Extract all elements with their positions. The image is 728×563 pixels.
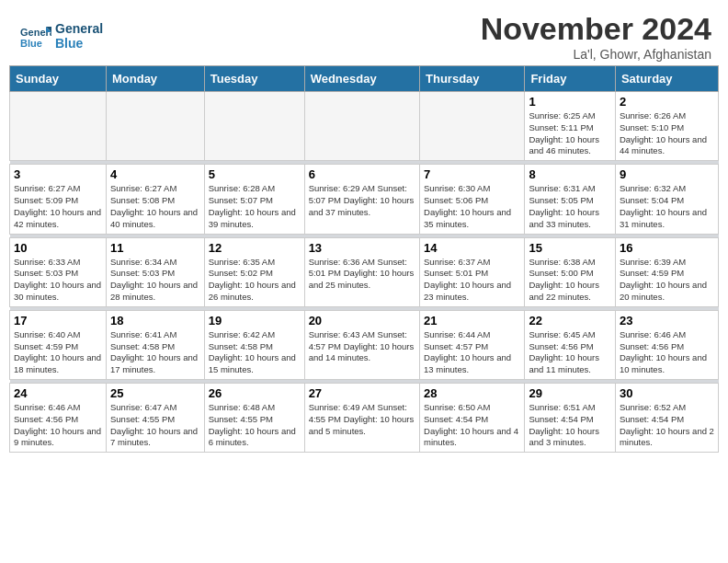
calendar-cell: 14Sunrise: 6:37 AM Sunset: 5:01 PM Dayli… — [420, 237, 525, 306]
day-number: 28 — [424, 386, 520, 400]
day-info: Sunrise: 6:50 AM Sunset: 4:54 PM Dayligh… — [424, 402, 520, 449]
calendar-cell: 12Sunrise: 6:35 AM Sunset: 5:02 PM Dayli… — [204, 237, 304, 306]
calendar-cell: 26Sunrise: 6:48 AM Sunset: 4:55 PM Dayli… — [204, 384, 304, 453]
svg-text:Blue: Blue — [20, 38, 42, 49]
day-number: 7 — [424, 167, 520, 181]
calendar-week-row: 24Sunrise: 6:46 AM Sunset: 4:56 PM Dayli… — [10, 384, 719, 453]
calendar-week-row: 17Sunrise: 6:40 AM Sunset: 4:59 PM Dayli… — [10, 310, 719, 379]
day-number: 8 — [529, 167, 611, 181]
header: General Blue General Blue November 2024 … — [0, 0, 728, 65]
col-saturday: Saturday — [615, 66, 718, 92]
calendar-cell — [304, 92, 419, 161]
calendar-cell: 3Sunrise: 6:27 AM Sunset: 5:09 PM Daylig… — [10, 165, 107, 234]
day-number: 29 — [529, 386, 611, 400]
day-info: Sunrise: 6:47 AM Sunset: 4:55 PM Dayligh… — [110, 402, 200, 449]
month-title: November 2024 — [481, 11, 711, 47]
day-number: 14 — [424, 241, 520, 255]
calendar-cell: 18Sunrise: 6:41 AM Sunset: 4:58 PM Dayli… — [106, 310, 204, 379]
day-number: 25 — [110, 386, 200, 400]
calendar-cell: 30Sunrise: 6:52 AM Sunset: 4:54 PM Dayli… — [615, 384, 718, 453]
calendar-cell: 22Sunrise: 6:45 AM Sunset: 4:56 PM Dayli… — [525, 310, 616, 379]
day-info: Sunrise: 6:42 AM Sunset: 4:58 PM Dayligh… — [209, 329, 301, 376]
calendar-week-row: 3Sunrise: 6:27 AM Sunset: 5:09 PM Daylig… — [10, 165, 719, 234]
calendar-cell: 17Sunrise: 6:40 AM Sunset: 4:59 PM Dayli… — [10, 310, 107, 379]
calendar-cell: 6Sunrise: 6:29 AM Sunset: 5:07 PM Daylig… — [304, 165, 419, 234]
logo-icon: General Blue — [17, 19, 51, 54]
day-info: Sunrise: 6:38 AM Sunset: 5:00 PM Dayligh… — [529, 257, 611, 304]
calendar-cell — [106, 92, 204, 161]
calendar-cell: 20Sunrise: 6:43 AM Sunset: 4:57 PM Dayli… — [304, 310, 419, 379]
calendar-cell: 13Sunrise: 6:36 AM Sunset: 5:01 PM Dayli… — [304, 237, 419, 306]
day-info: Sunrise: 6:27 AM Sunset: 5:09 PM Dayligh… — [14, 183, 102, 230]
day-info: Sunrise: 6:36 AM Sunset: 5:01 PM Dayligh… — [309, 257, 415, 292]
day-number: 20 — [309, 314, 415, 327]
day-number: 12 — [209, 241, 301, 255]
day-info: Sunrise: 6:48 AM Sunset: 4:55 PM Dayligh… — [209, 402, 301, 449]
day-number: 15 — [529, 241, 611, 255]
day-info: Sunrise: 6:45 AM Sunset: 4:56 PM Dayligh… — [529, 329, 611, 376]
calendar-cell: 7Sunrise: 6:30 AM Sunset: 5:06 PM Daylig… — [420, 165, 525, 234]
calendar-cell: 27Sunrise: 6:49 AM Sunset: 4:55 PM Dayli… — [304, 384, 419, 453]
calendar-cell: 4Sunrise: 6:27 AM Sunset: 5:08 PM Daylig… — [106, 165, 204, 234]
day-number: 30 — [620, 386, 714, 400]
day-number: 1 — [529, 95, 611, 109]
day-info: Sunrise: 6:39 AM Sunset: 4:59 PM Dayligh… — [620, 257, 714, 304]
calendar-cell: 16Sunrise: 6:39 AM Sunset: 4:59 PM Dayli… — [615, 237, 718, 306]
day-info: Sunrise: 6:43 AM Sunset: 4:57 PM Dayligh… — [309, 329, 415, 364]
calendar-cell: 10Sunrise: 6:33 AM Sunset: 5:03 PM Dayli… — [10, 237, 107, 306]
day-number: 3 — [14, 167, 102, 181]
day-info: Sunrise: 6:25 AM Sunset: 5:11 PM Dayligh… — [529, 110, 611, 157]
col-monday: Monday — [106, 66, 204, 92]
calendar-cell: 19Sunrise: 6:42 AM Sunset: 4:58 PM Dayli… — [204, 310, 304, 379]
calendar-cell: 21Sunrise: 6:44 AM Sunset: 4:57 PM Dayli… — [420, 310, 525, 379]
day-info: Sunrise: 6:41 AM Sunset: 4:58 PM Dayligh… — [110, 329, 200, 376]
col-sunday: Sunday — [10, 66, 107, 92]
calendar-cell: 15Sunrise: 6:38 AM Sunset: 5:00 PM Dayli… — [525, 237, 616, 306]
day-info: Sunrise: 6:37 AM Sunset: 5:01 PM Dayligh… — [424, 257, 520, 304]
day-info: Sunrise: 6:44 AM Sunset: 4:57 PM Dayligh… — [424, 329, 520, 376]
calendar-cell: 2Sunrise: 6:26 AM Sunset: 5:10 PM Daylig… — [615, 92, 718, 161]
day-info: Sunrise: 6:35 AM Sunset: 5:02 PM Dayligh… — [209, 257, 301, 304]
day-info: Sunrise: 6:26 AM Sunset: 5:10 PM Dayligh… — [620, 110, 714, 157]
day-number: 24 — [14, 386, 102, 400]
calendar-cell: 29Sunrise: 6:51 AM Sunset: 4:54 PM Dayli… — [525, 384, 616, 453]
day-info: Sunrise: 6:34 AM Sunset: 5:03 PM Dayligh… — [110, 257, 200, 304]
calendar-cell: 9Sunrise: 6:32 AM Sunset: 5:04 PM Daylig… — [615, 165, 718, 234]
calendar-cell — [10, 92, 107, 161]
day-info: Sunrise: 6:49 AM Sunset: 4:55 PM Dayligh… — [309, 402, 415, 437]
logo-general: General — [55, 22, 103, 36]
day-info: Sunrise: 6:32 AM Sunset: 5:04 PM Dayligh… — [620, 183, 714, 230]
day-number: 22 — [529, 314, 611, 327]
calendar-cell: 11Sunrise: 6:34 AM Sunset: 5:03 PM Dayli… — [106, 237, 204, 306]
calendar: Sunday Monday Tuesday Wednesday Thursday… — [9, 65, 719, 453]
col-tuesday: Tuesday — [204, 66, 304, 92]
day-number: 17 — [14, 314, 102, 327]
day-number: 6 — [309, 167, 415, 181]
day-number: 5 — [209, 167, 301, 181]
calendar-header-row: Sunday Monday Tuesday Wednesday Thursday… — [10, 66, 719, 92]
calendar-cell: 8Sunrise: 6:31 AM Sunset: 5:05 PM Daylig… — [525, 165, 616, 234]
day-number: 23 — [620, 314, 714, 327]
calendar-cell: 28Sunrise: 6:50 AM Sunset: 4:54 PM Dayli… — [420, 384, 525, 453]
day-info: Sunrise: 6:52 AM Sunset: 4:54 PM Dayligh… — [620, 402, 714, 449]
day-number: 9 — [620, 167, 714, 181]
day-number: 16 — [620, 241, 714, 255]
day-number: 19 — [209, 314, 301, 327]
day-info: Sunrise: 6:29 AM Sunset: 5:07 PM Dayligh… — [309, 183, 415, 218]
day-number: 10 — [14, 241, 102, 255]
calendar-cell: 24Sunrise: 6:46 AM Sunset: 4:56 PM Dayli… — [10, 384, 107, 453]
calendar-cell: 5Sunrise: 6:28 AM Sunset: 5:07 PM Daylig… — [204, 165, 304, 234]
calendar-week-row: 10Sunrise: 6:33 AM Sunset: 5:03 PM Dayli… — [10, 237, 719, 306]
day-number: 2 — [620, 95, 714, 109]
calendar-cell — [420, 92, 525, 161]
logo: General Blue General Blue — [17, 19, 103, 54]
day-info: Sunrise: 6:31 AM Sunset: 5:05 PM Dayligh… — [529, 183, 611, 230]
day-info: Sunrise: 6:51 AM Sunset: 4:54 PM Dayligh… — [529, 402, 611, 449]
day-number: 26 — [209, 386, 301, 400]
day-info: Sunrise: 6:28 AM Sunset: 5:07 PM Dayligh… — [209, 183, 301, 230]
calendar-cell: 25Sunrise: 6:47 AM Sunset: 4:55 PM Dayli… — [106, 384, 204, 453]
calendar-week-row: 1Sunrise: 6:25 AM Sunset: 5:11 PM Daylig… — [10, 92, 719, 161]
col-thursday: Thursday — [420, 66, 525, 92]
title-block: November 2024 La'l, Ghowr, Afghanistan — [481, 11, 711, 62]
day-number: 13 — [309, 241, 415, 255]
